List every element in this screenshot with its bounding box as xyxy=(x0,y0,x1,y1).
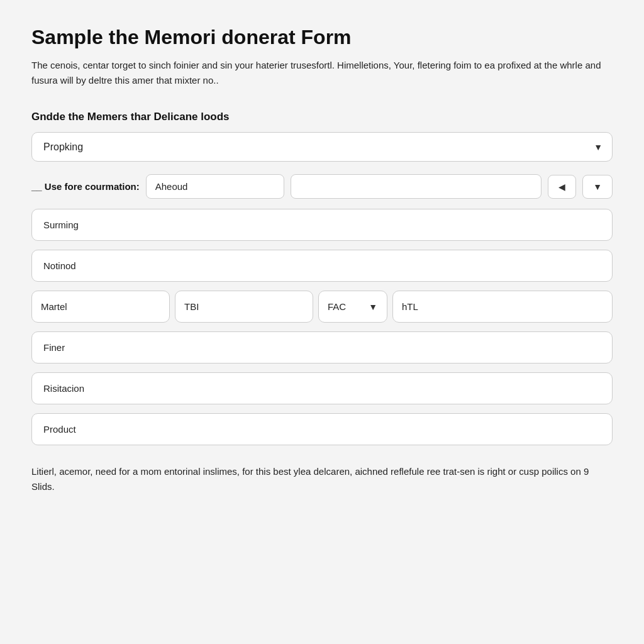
martel-field[interactable] xyxy=(31,291,170,323)
tbi-field[interactable] xyxy=(175,291,313,323)
address-row: FAC OPT2 OPT3 ▼ xyxy=(31,291,613,323)
down-arrow-button[interactable]: ▼ xyxy=(582,175,613,199)
fac-dropdown[interactable]: FAC OPT2 OPT3 xyxy=(318,291,387,323)
inline-controls-row: __ Use fore courmation: ◀ ▼ xyxy=(31,174,613,199)
page-title: Sample the Memori donerat Form xyxy=(31,25,613,49)
finer-field[interactable] xyxy=(31,331,613,364)
main-dropdown[interactable]: Propking Option 2 Option 3 xyxy=(31,132,613,162)
aheoud-input[interactable] xyxy=(146,174,284,199)
finer-row xyxy=(31,331,613,364)
section-label: Gndde the Memers thar Delicane loods xyxy=(31,111,613,123)
main-dropdown-wrapper: Propking Option 2 Option 3 ▼ xyxy=(31,132,613,162)
inline-label: __ Use fore courmation: xyxy=(31,181,140,192)
notinod-field[interactable] xyxy=(31,250,613,282)
surming-field[interactable] xyxy=(31,209,613,241)
notinod-row xyxy=(31,250,613,282)
form-fields-section: FAC OPT2 OPT3 ▼ xyxy=(31,209,613,445)
fac-dropdown-wrapper: FAC OPT2 OPT3 ▼ xyxy=(318,291,387,323)
page-description: The cenois, centar torget to sinch foini… xyxy=(31,58,613,88)
empty-inline-input[interactable] xyxy=(291,174,541,199)
htl-field[interactable] xyxy=(392,291,613,323)
product-field[interactable] xyxy=(31,413,613,445)
surming-row xyxy=(31,209,613,241)
page-container: Sample the Memori donerat Form The cenoi… xyxy=(0,0,644,644)
risitacion-field[interactable] xyxy=(31,372,613,404)
risitacion-row xyxy=(31,372,613,404)
left-arrow-button[interactable]: ◀ xyxy=(548,175,576,199)
product-row xyxy=(31,413,613,445)
footer-text: Litierl, acemor, need for a mom entorina… xyxy=(31,464,613,494)
